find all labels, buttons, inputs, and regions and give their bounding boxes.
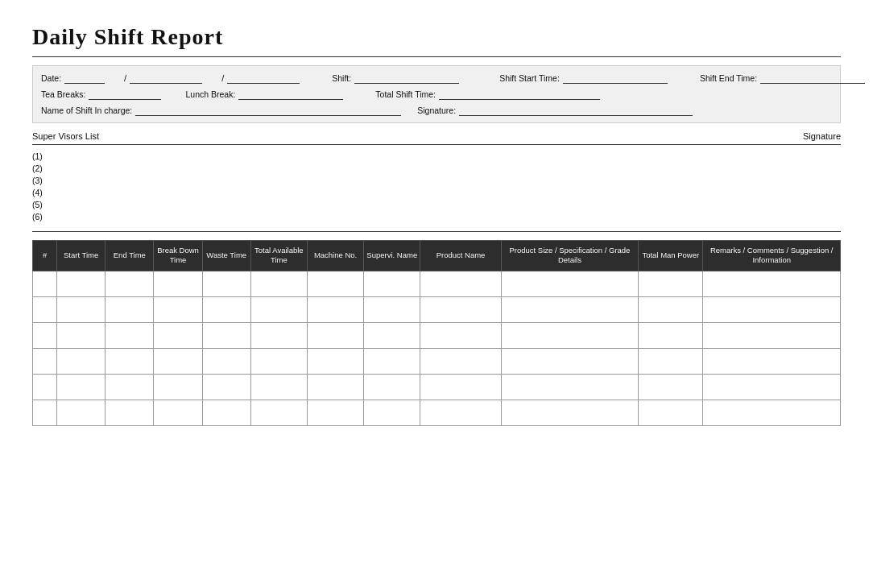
total-shift-value[interactable] [439, 89, 600, 100]
date-month[interactable] [64, 72, 105, 84]
table-cell-r4-c2[interactable] [106, 374, 154, 400]
lunch-break-value[interactable] [238, 89, 343, 100]
table-cell-r5-c7[interactable] [364, 400, 420, 425]
table-cell-r1-c6[interactable] [307, 296, 363, 322]
table-cell-r2-c7[interactable] [364, 322, 420, 348]
table-cell-r0-c6[interactable] [307, 271, 363, 296]
table-cell-r5-c11[interactable] [703, 400, 841, 425]
table-cell-r0-c8[interactable] [420, 271, 501, 296]
table-cell-r2-c8[interactable] [420, 322, 501, 348]
lunch-break-label: Lunch Break: [185, 89, 235, 99]
supervisor-1: (1) [32, 151, 841, 161]
table-cell-r1-c5[interactable] [250, 296, 307, 322]
table-cell-r3-c8[interactable] [420, 348, 501, 374]
table-cell-r3-c2[interactable] [106, 348, 154, 374]
table-cell-r0-c1[interactable] [57, 271, 106, 296]
name-value[interactable] [135, 105, 401, 116]
header-section: Date: / / Shift: Shift Start Time: Shift… [32, 65, 841, 123]
signature-value[interactable] [459, 105, 693, 116]
table-cell-r3-c10[interactable] [639, 348, 703, 374]
table-cell-r5-c2[interactable] [106, 400, 154, 425]
table-cell-r5-c5[interactable] [250, 400, 307, 425]
col-header-end: End Time [106, 241, 154, 271]
table-cell-r4-c6[interactable] [307, 374, 363, 400]
table-cell-r3-c0[interactable] [33, 348, 57, 374]
table-cell-r1-c1[interactable] [57, 296, 106, 322]
table-cell-r4-c10[interactable] [639, 374, 703, 400]
table-cell-r4-c0[interactable] [33, 374, 57, 400]
table-cell-r1-c3[interactable] [154, 296, 202, 322]
date-day[interactable] [130, 72, 202, 84]
table-cell-r1-c2[interactable] [106, 296, 154, 322]
table-cell-r5-c6[interactable] [307, 400, 363, 425]
name-label: Name of Shift In charge: [41, 106, 132, 115]
table-cell-r4-c5[interactable] [250, 374, 307, 400]
table-cell-r3-c5[interactable] [250, 348, 307, 374]
table-cell-r2-c4[interactable] [202, 322, 250, 348]
table-cell-r0-c3[interactable] [154, 271, 202, 296]
col-header-superv: Supervi. Name [364, 241, 420, 271]
table-cell-r5-c10[interactable] [639, 400, 703, 425]
col-header-waste: Waste Time [202, 241, 250, 271]
table-cell-r0-c4[interactable] [202, 271, 250, 296]
table-cell-r4-c3[interactable] [154, 374, 202, 400]
table-cell-r4-c9[interactable] [501, 374, 639, 400]
col-header-breakdown: Break Down Time [154, 241, 202, 271]
table-cell-r4-c4[interactable] [202, 374, 250, 400]
table-cell-r2-c11[interactable] [703, 322, 841, 348]
table-cell-r2-c2[interactable] [106, 322, 154, 348]
table-cell-r2-c0[interactable] [33, 322, 57, 348]
table-cell-r2-c10[interactable] [639, 322, 703, 348]
shift-end-value[interactable] [760, 72, 865, 84]
table-cell-r0-c2[interactable] [106, 271, 154, 296]
table-cell-r5-c9[interactable] [501, 400, 639, 425]
table-cell-r1-c8[interactable] [420, 296, 501, 322]
shift-end-label: Shift End Time: [700, 73, 757, 83]
table-cell-r1-c4[interactable] [202, 296, 250, 322]
table-cell-r0-c11[interactable] [703, 271, 841, 296]
table-cell-r0-c7[interactable] [364, 271, 420, 296]
table-cell-r3-c1[interactable] [57, 348, 106, 374]
table-cell-r2-c1[interactable] [57, 322, 106, 348]
table-cell-r5-c0[interactable] [33, 400, 57, 425]
table-cell-r2-c5[interactable] [250, 322, 307, 348]
table-cell-r5-c3[interactable] [154, 400, 202, 425]
bottom-divider [32, 231, 841, 232]
table-cell-r0-c0[interactable] [33, 271, 57, 296]
table-cell-r3-c7[interactable] [364, 348, 420, 374]
date-year[interactable] [227, 72, 300, 84]
table-cell-r0-c9[interactable] [501, 271, 639, 296]
table-cell-r3-c3[interactable] [154, 348, 202, 374]
table-cell-r3-c11[interactable] [703, 348, 841, 374]
table-cell-r1-c11[interactable] [703, 296, 841, 322]
table-cell-r1-c7[interactable] [364, 296, 420, 322]
table-cell-r4-c8[interactable] [420, 374, 501, 400]
supervisor-2: (2) [32, 164, 841, 173]
table-cell-r5-c1[interactable] [57, 400, 106, 425]
tea-breaks-value[interactable] [89, 89, 161, 100]
report-table: # Start Time End Time Break Down Time Wa… [32, 240, 841, 426]
table-cell-r1-c0[interactable] [33, 296, 57, 322]
table-cell-r3-c4[interactable] [202, 348, 250, 374]
supervisors-signature-label: Signature [803, 131, 841, 141]
table-cell-r5-c4[interactable] [202, 400, 250, 425]
table-cell-r4-c7[interactable] [364, 374, 420, 400]
table-cell-r0-c10[interactable] [639, 271, 703, 296]
table-cell-r4-c1[interactable] [57, 374, 106, 400]
table-cell-r2-c6[interactable] [307, 322, 363, 348]
total-shift-label: Total Shift Time: [375, 89, 436, 99]
table-cell-r5-c8[interactable] [420, 400, 501, 425]
shift-value[interactable] [354, 72, 459, 84]
shift-label: Shift: [332, 73, 351, 83]
table-cell-r1-c9[interactable] [501, 296, 639, 322]
table-cell-r3-c6[interactable] [307, 348, 363, 374]
supervisor-6: (6) [32, 212, 841, 222]
table-cell-r2-c3[interactable] [154, 322, 202, 348]
table-cell-r2-c9[interactable] [501, 322, 639, 348]
shift-start-value[interactable] [563, 72, 668, 84]
table-cell-r4-c11[interactable] [703, 374, 841, 400]
table-cell-r0-c5[interactable] [250, 271, 307, 296]
table-cell-r3-c9[interactable] [501, 348, 639, 374]
col-header-total-avail: Total Available Time [250, 241, 307, 271]
table-cell-r1-c10[interactable] [639, 296, 703, 322]
